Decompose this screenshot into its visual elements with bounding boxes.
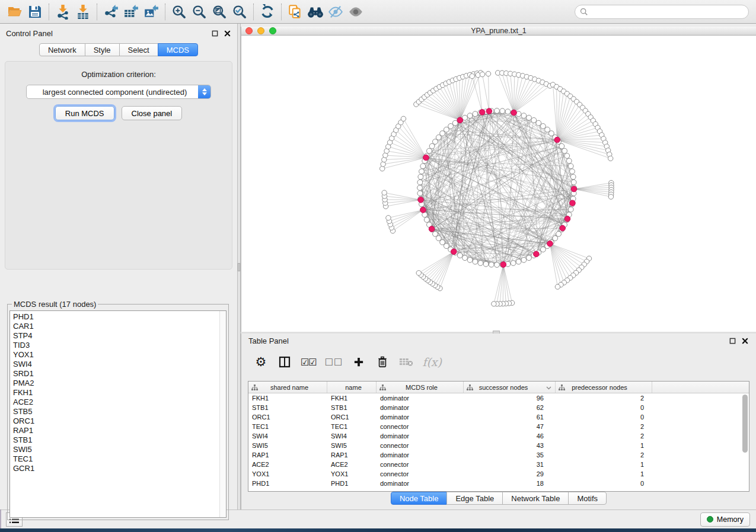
show-columns-button[interactable] (277, 352, 292, 372)
refresh-icon (260, 4, 275, 20)
table-row[interactable]: SWI5SWI5connector431 (248, 441, 749, 450)
import-network-button[interactable] (53, 2, 73, 21)
export-table-button[interactable] (121, 2, 141, 21)
table-cell: SWI4 (248, 431, 327, 441)
tab-mcds[interactable]: MCDS (158, 43, 198, 56)
mcds-list-item[interactable]: ACE2 (13, 398, 226, 407)
table-cell: connector (377, 460, 464, 469)
mcds-result-list[interactable]: PHD1CAR1STP4TID3YOX1SWI4SRD1PMA2FKH1ACE2… (9, 310, 227, 518)
close-panel-button[interactable] (223, 29, 231, 37)
column-header-name[interactable]: name (327, 382, 377, 393)
mcds-list-item[interactable]: FKH1 (13, 388, 226, 398)
scrollbar-thumb[interactable] (742, 395, 748, 453)
refresh-button[interactable] (257, 2, 277, 21)
table-tabs: Node Table Edge Table Network Table Moti… (241, 492, 756, 505)
export-image-button[interactable] (141, 2, 161, 21)
float-table-panel-button[interactable] (728, 336, 736, 345)
run-mcds-button[interactable]: Run MCDS (55, 106, 114, 120)
column-header-predecessor-nodes[interactable]: predecessor nodes (556, 382, 652, 393)
table-vertical-scrollbar[interactable] (742, 395, 748, 490)
mcds-list-item[interactable]: ORC1 (13, 416, 226, 426)
zoom-in-button[interactable] (169, 2, 189, 21)
delete-column-button[interactable] (375, 352, 390, 372)
table-row[interactable]: RAP1RAP1dominator352 (248, 450, 749, 460)
toolbar-separator (281, 4, 282, 20)
table-row[interactable]: ACE2ACE2connector311 (248, 460, 749, 469)
table-cell: dominator (377, 403, 464, 412)
mcds-list-item[interactable]: RAP1 (13, 426, 226, 435)
close-table-panel-button[interactable] (741, 336, 749, 345)
clone-network-button[interactable] (285, 2, 305, 21)
close-panel-action-button[interactable]: Close panel (122, 106, 183, 120)
control-panel: Control Panel Network Style Select MCDS … (0, 24, 237, 509)
add-column-button[interactable] (351, 352, 366, 372)
table-row[interactable]: FKH1FKH1dominator962 (248, 393, 749, 403)
tab-network-table[interactable]: Network Table (502, 492, 569, 505)
table-row[interactable]: TEC1TEC1connector472 (248, 422, 749, 431)
table-panel: Table Panel ⚙ ☑☑ ☐☐ f(x) shared name (241, 334, 756, 509)
table-cell: TEC1 (327, 422, 377, 431)
zoom-fit-button[interactable] (209, 2, 229, 21)
mcds-list-item[interactable]: YOX1 (13, 350, 226, 360)
mcds-list-item[interactable]: SWI4 (13, 360, 226, 369)
function-builder-button[interactable]: f(x) (422, 352, 442, 372)
table-cell: dominator (377, 431, 464, 441)
close-icon (742, 338, 748, 344)
mcds-list-item[interactable]: STP4 (13, 331, 226, 341)
network-canvas[interactable] (241, 36, 756, 332)
deselect-all-button[interactable]: ☐☐ (325, 352, 343, 372)
search-input[interactable] (591, 8, 744, 16)
table-cell: ORC1 (327, 412, 377, 422)
zoom-selected-button[interactable] (229, 2, 250, 21)
mcds-list-item[interactable]: STB1 (13, 435, 226, 445)
mcds-list-item[interactable]: PMA2 (13, 379, 226, 388)
column-header-mcds-role[interactable]: MCDS role (377, 382, 464, 393)
mcds-list-item[interactable]: PHD1 (13, 312, 226, 322)
main-toolbar (0, 0, 756, 24)
tab-edge-table[interactable]: Edge Table (446, 492, 503, 505)
table-cell: ACE2 (248, 460, 327, 469)
mcds-list-item[interactable]: TID3 (13, 341, 226, 350)
tab-style[interactable]: Style (85, 43, 120, 56)
table-cell: 1 (556, 441, 652, 450)
save-session-button[interactable] (25, 2, 45, 21)
node-table: shared name name MCDS role successor nod… (248, 381, 749, 492)
table-cell: FKH1 (327, 393, 377, 403)
table-row[interactable]: YOX1YOX1connector291 (248, 469, 749, 479)
tab-node-table[interactable]: Node Table (391, 492, 448, 505)
mcds-list-item[interactable]: STB5 (13, 407, 226, 416)
table-row[interactable]: ORC1ORC1dominator610 (248, 412, 749, 422)
table-cell: 1 (556, 460, 652, 469)
binoculars-icon (307, 4, 324, 20)
hide-selected-button[interactable] (326, 2, 346, 21)
select-all-button[interactable]: ☑☑ (301, 352, 317, 372)
first-neighbors-button[interactable] (305, 2, 326, 21)
mcds-list-item[interactable]: TEC1 (13, 454, 226, 464)
export-network-button[interactable] (101, 2, 121, 21)
table-row[interactable]: SWI4SWI4dominator462 (248, 431, 749, 441)
show-all-button[interactable] (346, 2, 366, 21)
tab-select[interactable]: Select (119, 43, 158, 56)
unchecked-boxes-icon: ☐☐ (325, 357, 343, 368)
splitter-grip[interactable] (238, 263, 240, 271)
criterion-select[interactable]: largest connected component (undirected) (26, 85, 211, 99)
mcds-list-scrollbar[interactable] (219, 311, 226, 517)
open-session-button[interactable] (5, 2, 25, 21)
mcds-list-item[interactable]: SRD1 (13, 369, 226, 379)
table-row[interactable]: PHD1PHD1dominator180 (248, 479, 749, 488)
column-header-successor-nodes[interactable]: successor nodes (464, 382, 556, 393)
table-settings-button[interactable]: ⚙ (253, 352, 269, 372)
column-header-shared-name[interactable]: shared name (248, 382, 327, 393)
memory-button[interactable]: Memory (700, 512, 750, 527)
tab-motifs[interactable]: Motifs (568, 492, 607, 505)
table-cell: 46 (464, 431, 556, 441)
mcds-list-item[interactable]: CAR1 (13, 322, 226, 331)
import-table-button[interactable] (73, 2, 93, 21)
delete-table-button[interactable] (398, 352, 414, 372)
mcds-list-item[interactable]: SWI5 (13, 445, 226, 454)
mcds-list-item[interactable]: GCR1 (13, 464, 226, 473)
zoom-out-button[interactable] (189, 2, 209, 21)
tab-network[interactable]: Network (39, 43, 85, 56)
float-panel-button[interactable] (210, 29, 219, 37)
table-row[interactable]: STB1STB1dominator620 (248, 403, 749, 412)
